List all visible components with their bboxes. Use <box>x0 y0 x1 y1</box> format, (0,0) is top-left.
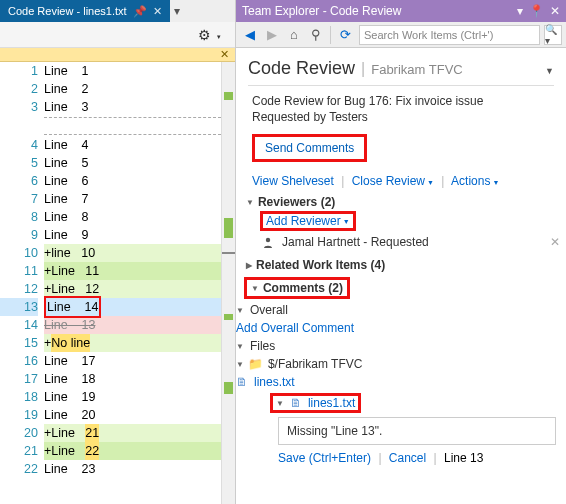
code-line[interactable]: Line 6 <box>44 172 221 190</box>
code-line[interactable]: Line 4 <box>44 136 221 154</box>
home-icon[interactable]: ⌂ <box>284 25 304 45</box>
tab-overflow-icon[interactable]: ▾ <box>174 4 180 18</box>
info-close-icon[interactable]: ✕ <box>220 49 229 60</box>
code-line[interactable]: Line 23 <box>44 460 221 478</box>
remove-reviewer-icon[interactable]: ✕ <box>550 235 560 249</box>
pin-icon[interactable]: 📌 <box>133 5 147 18</box>
person-icon <box>262 236 274 248</box>
expand-icon: ▼ <box>236 342 244 351</box>
back-icon[interactable]: ◀ <box>240 25 260 45</box>
code-line[interactable]: Line 5 <box>44 154 221 172</box>
code-line[interactable]: +Line 21 <box>44 424 221 442</box>
review-description: Code Review for Bug 176: Fix invoice iss… <box>252 94 550 108</box>
editor-tab-bar: Code Review - lines1.txt 📌 ✕ ▾ <box>0 0 235 22</box>
code-line[interactable]: Line 9 <box>44 226 221 244</box>
editor-tab[interactable]: Code Review - lines1.txt 📌 ✕ <box>0 0 170 22</box>
related-items-section[interactable]: ▶ Related Work Items (4) <box>236 255 566 274</box>
line-number: 9 <box>0 226 38 244</box>
file-icon: 🗎 <box>236 375 248 389</box>
comment-textbox[interactable]: Missing "Line 13". <box>278 417 556 445</box>
window-menu-icon[interactable]: ▾ <box>517 4 523 18</box>
line-number: 18 <box>0 388 38 406</box>
reviewer-row: Jamal Hartnett - Requested ✕ <box>236 231 566 255</box>
file-item[interactable]: 🗎 lines.txt <box>236 373 566 391</box>
add-overall-comment-link[interactable]: Add Overall Comment <box>236 319 566 337</box>
plug-icon[interactable]: ⚲ <box>306 25 326 45</box>
code-line[interactable]: +Line 11 <box>44 262 221 280</box>
team-explorer-title: Team Explorer - Code Review <box>242 4 401 18</box>
code-line[interactable]: Line 17 <box>44 352 221 370</box>
line-number: 3 <box>0 98 38 116</box>
line-number: 20 <box>0 424 38 442</box>
folder-item[interactable]: ▼ 📁 $/Fabrikam TFVC <box>236 355 566 373</box>
code-line[interactable]: Line 20 <box>44 406 221 424</box>
line-number: 13 <box>0 298 38 316</box>
line-number: 6 <box>0 172 38 190</box>
line-number: 17 <box>0 370 38 388</box>
line-number: 22 <box>0 460 38 478</box>
line-number: 12 <box>0 280 38 298</box>
files-group[interactable]: ▼ Files <box>236 337 566 355</box>
refresh-icon[interactable]: ⟳ <box>335 25 355 45</box>
code-line[interactable]: Line 3 <box>44 98 221 116</box>
expand-icon: ▼ <box>236 306 244 315</box>
line-number: 19 <box>0 406 38 424</box>
team-explorer-toolbar: ◀ ▶ ⌂ ⚲ ⟳ Search Work Items (Ctrl+') 🔍▾ <box>236 22 566 48</box>
search-input[interactable]: Search Work Items (Ctrl+') <box>359 25 540 45</box>
gear-icon[interactable]: ⚙▾ <box>198 27 211 43</box>
line-number: 8 <box>0 208 38 226</box>
reviewer-name: Jamal Hartnett - Requested <box>282 235 429 249</box>
svg-point-0 <box>266 238 270 242</box>
search-placeholder: Search Work Items (Ctrl+') <box>364 29 493 41</box>
line-number: 16 <box>0 352 38 370</box>
editor-toolbar: ⚙▾ <box>0 22 235 48</box>
code-line[interactable]: +No line <box>44 334 221 352</box>
line-number: 21 <box>0 442 38 460</box>
close-icon[interactable]: ✕ <box>550 4 560 18</box>
line-number: 14 <box>0 316 38 334</box>
forward-icon[interactable]: ▶ <box>262 25 282 45</box>
code-line[interactable]: Line 2 <box>44 80 221 98</box>
reviewers-section[interactable]: ▼ Reviewers (2) <box>236 192 566 211</box>
comment-line-info: Line 13 <box>444 451 483 465</box>
send-comments-button[interactable]: Send Comments <box>252 134 367 162</box>
add-reviewer-link[interactable]: Add Reviewer▼ <box>260 211 356 231</box>
code-line[interactable]: Line 1 <box>44 62 221 80</box>
code-line[interactable]: Line 19 <box>44 388 221 406</box>
view-shelveset-link[interactable]: View Shelveset <box>252 174 334 188</box>
overview-ruler[interactable] <box>221 62 235 504</box>
code-line[interactable]: Line 7 <box>44 190 221 208</box>
code-line[interactable]: +line 10 <box>44 244 221 262</box>
title-dropdown-icon[interactable]: ▼ <box>545 66 554 76</box>
expand-icon: ▼ <box>246 198 254 207</box>
close-icon[interactable]: ✕ <box>153 5 162 18</box>
comments-section[interactable]: ▼ Comments (2) <box>236 274 566 301</box>
code-line[interactable]: Line 18 <box>44 370 221 388</box>
code-line[interactable]: Line 14 <box>44 298 221 316</box>
close-review-link[interactable]: Close Review▼ <box>352 174 434 188</box>
file-item-selected[interactable]: ▼ 🗎 lines1.txt <box>236 391 566 415</box>
line-number: 1 <box>0 62 38 80</box>
code-line[interactable]: Line 8 <box>44 208 221 226</box>
file-icon: 🗎 <box>290 396 302 410</box>
code-line[interactable]: Line 13 <box>44 316 221 334</box>
line-number: 10 <box>0 244 38 262</box>
line-number: 5 <box>0 154 38 172</box>
expand-icon: ▼ <box>251 284 259 293</box>
cancel-comment-link[interactable]: Cancel <box>389 451 426 465</box>
actions-link[interactable]: Actions▼ <box>451 174 499 188</box>
code-line[interactable]: +Line 22 <box>44 442 221 460</box>
search-button[interactable]: 🔍▾ <box>544 25 562 45</box>
code-editor[interactable]: 1 2 3 4 5 6 7 8 910111213141516171819202… <box>0 62 235 504</box>
pin-icon[interactable]: 📍 <box>529 4 544 18</box>
save-comment-link[interactable]: Save (Ctrl+Enter) <box>278 451 371 465</box>
line-number: 4 <box>0 136 38 154</box>
info-bar: ✕ <box>0 48 235 62</box>
overall-group[interactable]: ▼ Overall <box>236 301 566 319</box>
project-name: Fabrikam TFVC <box>371 62 463 77</box>
folder-icon: 📁 <box>250 357 262 371</box>
line-number: 7 <box>0 190 38 208</box>
line-number: 15 <box>0 334 38 352</box>
requested-by: Requested by Testers <box>252 110 550 124</box>
expand-icon: ▶ <box>246 261 252 270</box>
